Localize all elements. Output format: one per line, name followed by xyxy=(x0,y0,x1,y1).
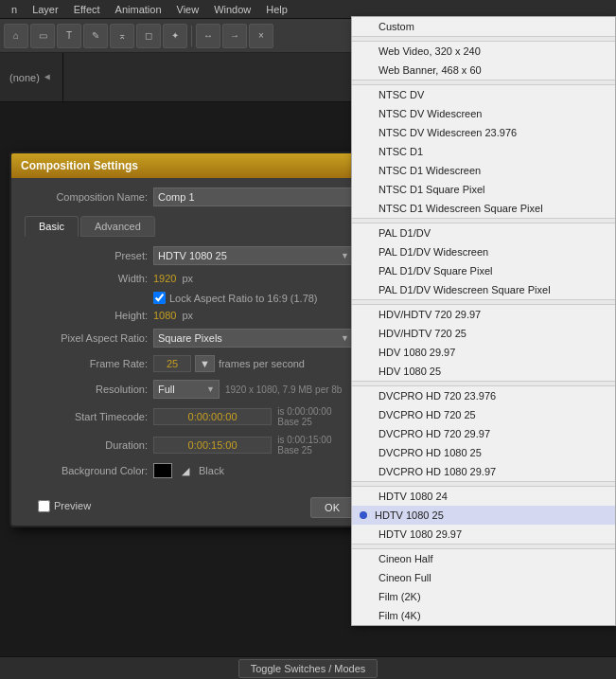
dropdown-item-ntsc-d1-sq[interactable]: NTSC D1 Square Pixel xyxy=(352,180,615,199)
tab-basic[interactable]: Basic xyxy=(25,216,79,237)
frame-rate-dropdown-btn[interactable]: ▼ xyxy=(195,355,215,372)
dropdown-item-dvcpro-720-29[interactable]: DVCPRO HD 720 29.97 xyxy=(352,424,615,443)
dropdown-item-dvcpro-1080-25[interactable]: DVCPRO HD 1080 25 xyxy=(352,443,615,462)
width-unit: px xyxy=(182,273,193,284)
comp-name-row: Composition Name: xyxy=(25,188,354,206)
dropdown-item-hdtv-1080-24-label: HDTV 1080 24 xyxy=(378,491,448,502)
dropdown-item-hdv-hdtv-720-29[interactable]: HDV/HDTV 720 29.97 xyxy=(352,305,615,324)
preset-dropdown[interactable]: Custom Web Video, 320 x 240 Web Banner, … xyxy=(351,16,616,626)
comp-name-label: Composition Name: xyxy=(25,191,148,203)
dropdown-item-ntsc-dv-label: NTSC DV xyxy=(378,89,424,100)
dropdown-item-hdv-1080-29[interactable]: HDV 1080 29.97 xyxy=(352,343,615,362)
preset-value: HDTV 1080 25 xyxy=(158,250,227,261)
dropdown-item-hdv-1080-29-label: HDV 1080 29.97 xyxy=(378,347,455,358)
dropdown-item-pal-dv-ws-sq[interactable]: PAL D1/DV Widescreen Square Pixel xyxy=(352,280,615,299)
dropdown-item-dvcpro-720-25[interactable]: DVCPRO HD 720 25 xyxy=(352,405,615,424)
dropdown-item-ntsc-d1-ws-sq[interactable]: NTSC D1 Widescreen Square Pixel xyxy=(352,199,615,218)
toolbar-arrow-btn[interactable]: ↔ xyxy=(196,24,220,48)
toolbar-text-btn[interactable]: T xyxy=(57,24,81,48)
dropdown-item-film-2k-label: Film (2K) xyxy=(378,591,421,602)
dropdown-item-ntsc-d1[interactable]: NTSC D1 xyxy=(352,142,615,161)
height-value[interactable]: 1080 xyxy=(153,310,176,321)
dropdown-item-hdv-hdtv-720-25[interactable]: HDV/HDTV 720 25 xyxy=(352,324,615,343)
menu-help[interactable]: Help xyxy=(258,2,295,17)
dropdown-item-dvcpro-720-23[interactable]: DVCPRO HD 720 23.976 xyxy=(352,386,615,405)
dropdown-item-hdv-hdtv-720-25-label: HDV/HDTV 720 25 xyxy=(378,328,466,339)
preset-arrow-icon: ▼ xyxy=(341,251,349,260)
pixel-aspect-row: Pixel Aspect Ratio: Square Pixels ▼ xyxy=(25,329,354,348)
composition-settings-dialog: Composition Settings Composition Name: B… xyxy=(9,152,369,527)
frame-rate-label: Frame Rate: xyxy=(25,358,148,369)
menu-view[interactable]: View xyxy=(169,2,207,17)
dropdown-item-pal-dv-sq[interactable]: PAL D1/DV Square Pixel xyxy=(352,261,615,280)
menu-animation[interactable]: Animation xyxy=(108,2,169,17)
width-label: Width: xyxy=(25,273,148,284)
dropdown-item-dvcpro-720-23-label: DVCPRO HD 720 23.976 xyxy=(378,390,496,402)
height-label: Height: xyxy=(25,310,148,321)
dropdown-item-cineon-full[interactable]: Cineon Full xyxy=(352,568,615,587)
dropdown-item-dvcpro-1080-29-label: DVCPRO HD 1080 29.97 xyxy=(378,466,496,477)
dropdown-item-ntsc-dv[interactable]: NTSC DV xyxy=(352,85,615,104)
dropdown-item-ntsc-d1-label: NTSC D1 xyxy=(378,146,423,157)
toolbar-move-btn[interactable]: → xyxy=(222,24,247,48)
toolbar-rect-btn[interactable]: ▭ xyxy=(30,24,55,48)
dropdown-item-dvcpro-720-29-label: DVCPRO HD 720 29.97 xyxy=(378,428,490,439)
dropdown-item-webvideo-label: Web Video, 320 x 240 xyxy=(378,45,481,57)
toolbar-pen-btn[interactable]: ✎ xyxy=(83,24,108,48)
dropdown-item-cineon-half[interactable]: Cineon Half xyxy=(352,549,615,568)
pixel-aspect-select[interactable]: Square Pixels ▼ xyxy=(153,329,354,348)
panel-none-arrow: ▼ xyxy=(43,73,53,82)
dropdown-item-webbanner[interactable]: Web Banner, 468 x 60 xyxy=(352,61,615,80)
resolution-select[interactable]: Full ▼ xyxy=(153,380,220,399)
dropdown-item-ntsc-dv-ws[interactable]: NTSC DV Widescreen xyxy=(352,104,615,123)
menu-effect[interactable]: Effect xyxy=(66,2,108,17)
toolbar-brush-btn[interactable]: ⌅ xyxy=(110,24,134,48)
preview-checkbox[interactable] xyxy=(38,500,50,512)
dropdown-item-film-4k[interactable]: Film (4K) xyxy=(352,606,615,625)
dropdown-item-ntsc-d1-ws-label: NTSC D1 Widescreen xyxy=(378,165,481,176)
menu-layer[interactable]: Layer xyxy=(25,2,66,17)
tab-advanced[interactable]: Advanced xyxy=(80,216,155,237)
duration-input[interactable] xyxy=(153,437,272,454)
lock-aspect-checkbox[interactable] xyxy=(153,292,166,304)
dropdown-item-ntsc-d1-ws[interactable]: NTSC D1 Widescreen xyxy=(352,161,615,180)
start-timecode-input[interactable] xyxy=(153,408,272,425)
preset-select[interactable]: HDTV 1080 25 ▼ xyxy=(153,246,354,265)
toolbar-close-btn[interactable]: × xyxy=(249,24,273,48)
bg-color-swatch[interactable] xyxy=(153,463,172,478)
comp-name-input[interactable] xyxy=(153,188,354,206)
dropdown-item-film-2k[interactable]: Film (2K) xyxy=(352,587,615,606)
frame-rate-unit: frames per second xyxy=(219,358,305,369)
width-value[interactable]: 1920 xyxy=(153,273,176,284)
pixel-aspect-label: Pixel Aspect Ratio: xyxy=(25,332,148,344)
dropdown-item-hdtv-1080-24[interactable]: HDTV 1080 24 xyxy=(352,487,615,506)
frame-rate-input[interactable] xyxy=(153,355,191,372)
dropdown-item-webvideo[interactable]: Web Video, 320 x 240 xyxy=(352,42,615,61)
menu-window[interactable]: Window xyxy=(206,2,258,17)
toggle-switches-btn[interactable]: Toggle Switches / Modes xyxy=(238,659,378,678)
panel-none: (none) ▼ xyxy=(0,53,63,101)
menu-n[interactable]: n xyxy=(4,2,25,17)
dropdown-item-webbanner-label: Web Banner, 468 x 60 xyxy=(378,64,482,76)
dropdown-item-hdtv-1080-25[interactable]: HDTV 1080 25 xyxy=(352,506,615,525)
bottom-bar: Toggle Switches / Modes xyxy=(0,656,616,679)
color-picker-icon[interactable]: ◢ xyxy=(182,465,189,477)
duration-row: Duration: is 0:00:15:00 Base 25 xyxy=(25,435,354,456)
dropdown-item-hdv-1080-25-label: HDV 1080 25 xyxy=(378,366,441,377)
toolbar-shape-btn[interactable]: ✦ xyxy=(163,24,187,48)
dropdown-item-hdv-1080-25[interactable]: HDV 1080 25 xyxy=(352,362,615,381)
dropdown-item-dvcpro-1080-29[interactable]: DVCPRO HD 1080 29.97 xyxy=(352,462,615,481)
dropdown-item-pal-dv-ws[interactable]: PAL D1/DV Widescreen xyxy=(352,242,615,261)
dropdown-item-ntsc-dv-ws-label: NTSC DV Widescreen xyxy=(378,108,482,119)
ok-button[interactable]: OK xyxy=(310,497,354,518)
dialog-body: Composition Name: Basic Advanced Preset:… xyxy=(11,178,367,495)
dropdown-item-custom[interactable]: Custom xyxy=(352,17,615,36)
toolbar-sep1 xyxy=(191,26,192,46)
resolution-info: 1920 x 1080, 7.9 MB per 8b xyxy=(225,384,342,395)
dropdown-item-ntsc-dv-ws-23[interactable]: NTSC DV Widescreen 23.976 xyxy=(352,123,615,142)
dropdown-item-pal-dv[interactable]: PAL D1/DV xyxy=(352,223,615,242)
toolbar-eraser-btn[interactable]: ◻ xyxy=(136,24,161,48)
dropdown-item-hdtv-1080-29[interactable]: HDTV 1080 29.97 xyxy=(352,525,615,544)
preview-label: Preview xyxy=(54,500,91,511)
toolbar-home-btn[interactable]: ⌂ xyxy=(4,24,28,48)
